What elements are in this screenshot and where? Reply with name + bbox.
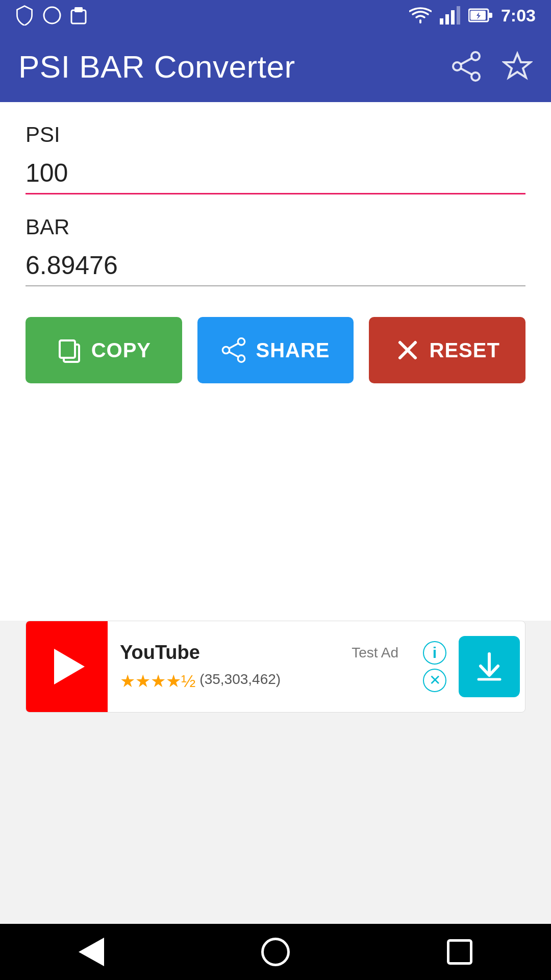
copy-button[interactable]: COPY — [26, 317, 182, 383]
shield-icon — [15, 5, 34, 26]
bar-section: BAR — [26, 215, 525, 317]
copy-label: COPY — [91, 339, 151, 362]
svg-rect-2 — [74, 7, 83, 12]
ad-top-row: YouTube Test Ad — [120, 642, 398, 664]
ad-name: YouTube — [120, 642, 200, 664]
ad-reviews: (35,303,462) — [199, 671, 281, 688]
play-icon — [54, 649, 85, 684]
status-bar: 7:03 — [0, 0, 551, 31]
psi-input[interactable] — [26, 153, 525, 194]
share-btn-icon — [221, 337, 246, 363]
svg-rect-8 — [488, 13, 492, 18]
ad-banner[interactable]: YouTube Test Ad ★★★★½ (35,303,462) i ✕ — [26, 621, 525, 713]
svg-point-0 — [44, 7, 60, 23]
svg-line-13 — [461, 58, 472, 64]
svg-rect-5 — [451, 10, 455, 24]
bar-output — [26, 246, 525, 286]
svg-rect-3 — [440, 18, 443, 24]
svg-line-22 — [229, 352, 238, 357]
ad-tag: Test Ad — [352, 645, 398, 661]
ad-stars: ★★★★½ — [120, 671, 195, 691]
reset-icon — [395, 337, 420, 363]
battery-icon — [468, 7, 493, 23]
time-display: 7:03 — [501, 6, 536, 26]
app-title: PSI BAR Converter — [18, 48, 295, 85]
bar-label: BAR — [26, 215, 525, 239]
copy-icon — [57, 337, 82, 363]
svg-rect-17 — [60, 340, 75, 358]
status-bar-right: 7:03 — [409, 6, 536, 26]
buttons-row: COPY SHARE RESET — [26, 317, 525, 383]
ad-logo — [26, 621, 108, 713]
ad-content: YouTube Test Ad ★★★★½ (35,303,462) — [108, 633, 411, 699]
svg-point-20 — [238, 355, 245, 362]
status-bar-left — [15, 5, 87, 26]
svg-point-18 — [238, 338, 245, 345]
ad-download-button[interactable] — [459, 636, 520, 697]
reset-label: RESET — [430, 339, 500, 362]
svg-rect-6 — [457, 6, 460, 24]
nav-back-button[interactable] — [79, 938, 104, 966]
spacer — [0, 713, 551, 924]
app-bar-actions — [451, 51, 533, 82]
favorite-icon[interactable] — [502, 51, 533, 82]
ad-action-icons: i ✕ — [411, 641, 459, 692]
sim-icon — [70, 6, 87, 24]
main-content: PSI BAR COPY SHARE — [0, 102, 551, 621]
svg-marker-15 — [504, 54, 531, 78]
share-label: SHARE — [256, 339, 330, 362]
ad-close-button[interactable]: ✕ — [423, 669, 446, 692]
share-icon[interactable] — [451, 51, 482, 82]
svg-point-10 — [471, 52, 480, 60]
svg-line-21 — [229, 344, 238, 349]
nav-recent-button[interactable] — [447, 939, 472, 965]
app-bar: PSI BAR Converter — [0, 31, 551, 102]
svg-point-11 — [453, 62, 461, 70]
svg-line-14 — [461, 68, 472, 75]
download-icon — [471, 649, 507, 684]
reset-button[interactable]: RESET — [369, 317, 525, 383]
nav-bar — [0, 924, 551, 980]
svg-point-19 — [223, 347, 230, 353]
svg-rect-4 — [445, 14, 449, 24]
share-button[interactable]: SHARE — [197, 317, 354, 383]
ad-info-button[interactable]: i — [423, 641, 446, 665]
signal-icon — [440, 6, 460, 24]
svg-point-12 — [471, 72, 480, 81]
nav-home-button[interactable] — [261, 938, 290, 966]
circle-icon — [43, 6, 61, 24]
psi-section: PSI — [26, 122, 525, 215]
psi-label: PSI — [26, 122, 525, 147]
wifi-icon — [409, 6, 432, 24]
